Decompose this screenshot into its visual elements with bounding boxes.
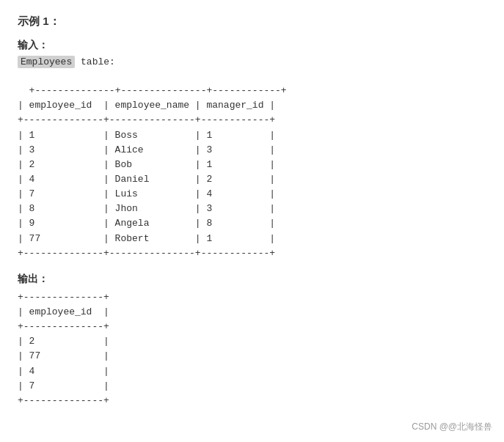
output-label: 输出： <box>18 273 486 286</box>
table-row: | 3 | Alice | 3 | <box>18 143 486 158</box>
table-intro-highlight: Employees <box>18 56 75 68</box>
input-header: | employee_id | employee_name | manager_… <box>18 98 486 113</box>
table-row: | 7 | Luis | 4 | <box>18 187 486 202</box>
table-row: | 8 | Jhon | 3 | <box>18 202 486 216</box>
input-label: 输入： <box>18 39 486 52</box>
table-intro-word: table: <box>81 56 115 67</box>
input-separator-mid: +--------------+---------------+--------… <box>18 113 486 128</box>
output-separator-mid: +--------------+ <box>18 320 486 334</box>
table-row: | 4 | Daniel | 2 | <box>18 172 486 187</box>
output-separator-bottom: +--------------+ <box>18 394 486 408</box>
table-row: | 77 | Robert | 1 | <box>18 232 486 246</box>
input-table: +--------------+---------------+--------… <box>18 69 486 98</box>
table-row: | 2 | <box>18 334 486 349</box>
table-intro-line: Employees table: <box>18 56 486 67</box>
table-row: | 7 | <box>18 379 486 394</box>
output-rows: | 2 || 77 || 4 || 7 | <box>18 334 486 394</box>
table-row: | 9 | Angela | 8 | <box>18 216 486 231</box>
output-header: | employee_id | <box>18 305 486 320</box>
input-rows: | 1 | Boss | 1 || 3 | Alice | 3 || 2 | B… <box>18 128 486 246</box>
input-separator-top: +--------------+---------------+--------… <box>29 85 287 96</box>
watermark: CSDN @@北海怪兽 <box>412 421 492 433</box>
table-row: | 4 | <box>18 364 486 379</box>
input-separator-bottom: +--------------+---------------+--------… <box>18 246 486 261</box>
table-row: | 2 | Bob | 1 | <box>18 158 486 172</box>
section-title: 示例 1： <box>18 15 486 29</box>
output-separator-top: +--------------+ <box>18 290 486 305</box>
table-row: | 1 | Boss | 1 | <box>18 128 486 143</box>
table-row: | 77 | <box>18 349 486 364</box>
